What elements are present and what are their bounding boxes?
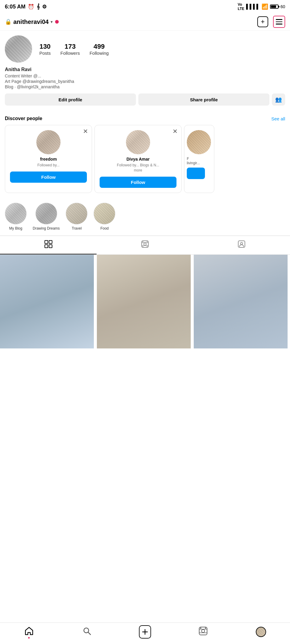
profile-section: 130 Posts 173 Followers 499 Following An… — [0, 31, 290, 116]
tab-reels[interactable] — [97, 236, 193, 254]
svg-point-8 — [142, 241, 143, 242]
share-profile-button[interactable]: Share profile — [138, 93, 269, 106]
profile-name: Anitha Ravi — [5, 67, 285, 72]
nav-add[interactable] — [139, 626, 151, 638]
highlight-label-1: My Blog — [9, 226, 22, 230]
card-username-2: Divya Amar — [127, 157, 150, 162]
highlight-circle-1 — [5, 203, 27, 224]
add-user-button[interactable]: 👥 — [272, 93, 285, 106]
followers-count: 173 — [64, 43, 76, 51]
wifi-icon: 📶 — [262, 3, 268, 10]
nav-left: 🔒 anitheravi04 ▾ — [5, 18, 59, 25]
username-area[interactable]: 🔒 anitheravi04 ▾ — [5, 18, 53, 25]
followers-label: Followers — [61, 51, 80, 56]
volte-icon: VoLTE — [238, 2, 244, 11]
plus-icon: + — [261, 18, 265, 26]
highlight-circle-3 — [66, 203, 87, 224]
highlight-circle-4 — [94, 203, 115, 224]
follow-button-1[interactable]: Follow — [10, 172, 87, 183]
svg-rect-1 — [49, 240, 52, 244]
discover-section: Discover people See all ✕ freedom Follow… — [0, 116, 290, 193]
nav-search[interactable] — [81, 626, 93, 638]
edit-profile-button[interactable]: Edit profile — [5, 93, 136, 106]
nav-profile[interactable] — [255, 626, 267, 638]
nav-reels[interactable] — [197, 626, 209, 638]
home-icon — [25, 626, 34, 638]
profile-nav-avatar — [256, 627, 266, 637]
following-stat[interactable]: 499 Following — [90, 43, 109, 56]
notification-dot — [55, 20, 59, 24]
username-label: anitheravi04 — [13, 18, 49, 25]
highlight-travel[interactable]: Travel — [66, 203, 87, 230]
highlight-blog[interactable]: My Blog — [5, 203, 27, 230]
home-notification-dot — [28, 637, 30, 639]
follow-button-2[interactable]: Follow — [100, 177, 176, 188]
card-partial-avatar — [187, 130, 211, 154]
following-count: 499 — [94, 43, 105, 51]
svg-rect-0 — [45, 240, 48, 244]
lock-icon: 🔒 — [5, 18, 12, 25]
following-label: Following — [90, 51, 109, 56]
tab-grid[interactable] — [0, 236, 97, 254]
search-icon — [82, 626, 91, 638]
svg-point-23 — [205, 627, 206, 629]
settings-icon: ⚙ — [42, 4, 47, 10]
bio-section: Anitha Ravi Content Writer @... Art Page… — [5, 67, 285, 89]
close-card-1-button[interactable]: ✕ — [83, 128, 88, 134]
card-partial-text: Flivingir... — [187, 157, 200, 165]
card-desc-2: Followed by... Blogs & N...more — [117, 163, 159, 173]
svg-point-22 — [200, 627, 201, 629]
svg-point-13 — [241, 242, 243, 244]
highlight-label-2: Drawing Dreams — [33, 226, 60, 230]
svg-rect-2 — [45, 245, 48, 248]
add-person-icon: 👥 — [275, 96, 282, 103]
post-cell-1[interactable] — [0, 255, 94, 348]
nav-home[interactable] — [23, 626, 35, 638]
menu-button[interactable] — [273, 16, 285, 28]
menu-line-1 — [276, 19, 282, 20]
posts-stat[interactable]: 130 Posts — [39, 43, 51, 56]
highlights-section: My Blog Drawing Dreams Travel Food — [0, 198, 290, 236]
followers-stat[interactable]: 173 Followers — [61, 43, 80, 56]
grid-icon — [44, 240, 52, 250]
menu-line-3 — [276, 24, 282, 25]
new-post-button[interactable]: + — [257, 16, 268, 27]
discover-card-1: ✕ freedom Followed by... Follow — [5, 125, 92, 193]
nav-right: + — [257, 16, 285, 28]
profile-top: 130 Posts 173 Followers 499 Following — [5, 35, 285, 63]
bio-line-2: Art Page @drawingdreams_byanitha — [5, 79, 285, 84]
time-display: 6:05 AM — [5, 4, 25, 10]
content-tabs — [0, 236, 290, 255]
see-all-link[interactable]: See all — [271, 116, 285, 121]
signal-icon: ▌▌▌▌ — [246, 4, 260, 9]
menu-line-2 — [276, 21, 282, 22]
card-username-1: freedom — [40, 157, 57, 162]
highlight-circle-2 — [35, 203, 57, 224]
posts-grid — [0, 255, 290, 348]
reels-nav-icon — [199, 626, 208, 638]
battery-level: 60 — [280, 4, 285, 9]
profile-avatar[interactable] — [5, 35, 32, 63]
bio-line-1: Content Writer @... — [5, 74, 285, 78]
svg-point-9 — [147, 241, 147, 242]
discover-card-3-partial: Flivingir... — [184, 125, 214, 193]
post-cell-3[interactable] — [194, 255, 288, 348]
status-bar: 6:05 AM ⏰ 𝄞 ⚙ VoLTE ▌▌▌▌ 📶 60 — [0, 0, 290, 13]
tab-tagged[interactable] — [193, 236, 290, 254]
battery-icon — [270, 5, 278, 9]
highlight-label-4: Food — [101, 226, 109, 230]
posts-label: Posts — [39, 51, 51, 56]
status-indicators: VoLTE ▌▌▌▌ 📶 60 — [238, 2, 285, 11]
svg-point-10 — [142, 246, 143, 247]
follow-button-3[interactable] — [187, 168, 205, 179]
bio-line-3: Blog · @livingirl2k_annanitha — [5, 84, 285, 89]
svg-point-5 — [144, 243, 146, 245]
avatar-image — [5, 35, 32, 63]
card-avatar-2 — [126, 130, 150, 154]
svg-line-15 — [88, 632, 91, 635]
post-cell-2[interactable] — [97, 255, 191, 348]
highlight-drawing[interactable]: Drawing Dreams — [33, 203, 60, 230]
close-card-2-button[interactable]: ✕ — [173, 128, 178, 134]
music-icon: 𝄞 — [37, 4, 40, 10]
highlight-food[interactable]: Food — [94, 203, 115, 230]
